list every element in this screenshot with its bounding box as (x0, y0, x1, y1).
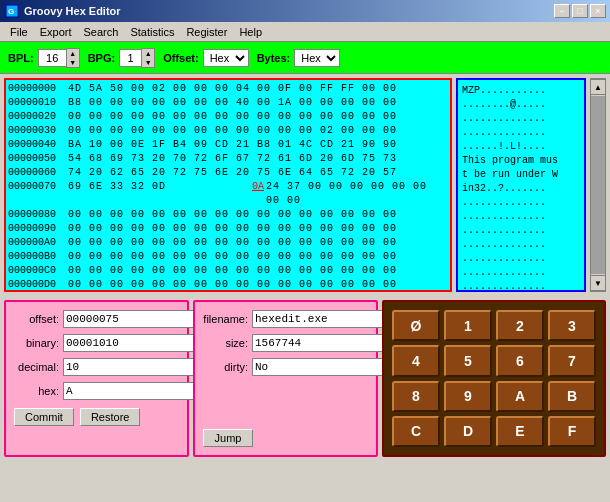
scroll-down-button[interactable]: ▼ (590, 275, 606, 291)
dirty-field[interactable] (252, 358, 398, 376)
hex-panel: 000000004D 5A 50 00 02 00 00 00 04 00 0F… (4, 78, 452, 292)
decimal-field[interactable] (63, 358, 209, 376)
scroll-track[interactable] (591, 96, 605, 274)
bpg-spin-buttons: ▲ ▼ (141, 48, 155, 68)
dirty-field-row: dirty: (203, 358, 368, 376)
numpad-key-3[interactable]: 3 (548, 310, 596, 341)
maximize-button[interactable]: □ (572, 4, 588, 18)
table-row: 000000C000 00 00 00 00 00 00 00 00 00 00… (8, 264, 448, 278)
ascii-row: .............. (462, 112, 580, 126)
bpl-label: BPL: (8, 52, 34, 64)
numpad-key-C[interactable]: C (392, 416, 440, 447)
size-field[interactable] (252, 334, 398, 352)
numpad-key-Ø[interactable]: Ø (392, 310, 440, 341)
title-bar: G Groovy Hex Editor − □ × (0, 0, 610, 22)
bpl-group: BPL: ▲ ▼ (8, 48, 80, 68)
dirty-field-label: dirty: (203, 361, 248, 373)
scrollbar[interactable]: ▲ ▼ (590, 78, 606, 292)
close-button[interactable]: × (590, 4, 606, 18)
left-panel-buttons: Commit Restore (14, 408, 179, 426)
numpad-key-B[interactable]: B (548, 381, 596, 412)
table-row: 0000008000 00 00 00 00 00 00 00 00 00 00… (8, 208, 448, 222)
ascii-row: ......!.L!.... (462, 140, 580, 154)
filename-field-row: filename: (203, 310, 368, 328)
numpad-key-1[interactable]: 1 (444, 310, 492, 341)
size-field-row: size: (203, 334, 368, 352)
menu-file[interactable]: File (4, 25, 34, 39)
ascii-row: in32..?....... (462, 182, 580, 196)
offset-field-label: offset: (14, 313, 59, 325)
numpad-key-7[interactable]: 7 (548, 345, 596, 376)
table-row: 0000007069 6E 33 32 0D 0A 24 37 00 00 00… (8, 180, 448, 208)
table-row: 0000009000 00 00 00 00 00 00 00 00 00 00… (8, 222, 448, 236)
menu-statistics[interactable]: Statistics (124, 25, 180, 39)
restore-button[interactable]: Restore (80, 408, 141, 426)
offset-field-row: offset: (14, 310, 179, 328)
minimize-button[interactable]: − (554, 4, 570, 18)
app-title: Groovy Hex Editor (24, 5, 554, 17)
table-row: 000000A000 00 00 00 00 00 00 00 00 00 00… (8, 236, 448, 250)
table-row: 0000005054 68 69 73 20 70 72 6F 67 72 61… (8, 152, 448, 166)
offset-panel: offset: binary: decimal: hex: Commit Res… (4, 300, 189, 457)
ascii-row: .............. (462, 238, 580, 252)
table-row: 0000002000 00 00 00 00 00 00 00 00 00 00… (8, 110, 448, 124)
bytes-dropdown[interactable]: Hex Dec (294, 49, 340, 67)
numpad-key-9[interactable]: 9 (444, 381, 492, 412)
ascii-row: .............. (462, 196, 580, 210)
filename-field-label: filename: (203, 313, 248, 325)
numpad-key-4[interactable]: 4 (392, 345, 440, 376)
numpad-key-F[interactable]: F (548, 416, 596, 447)
hex-field-row: hex: (14, 382, 179, 400)
ascii-row: ........@..... (462, 98, 580, 112)
menu-register[interactable]: Register (180, 25, 233, 39)
hex-table[interactable]: 000000004D 5A 50 00 02 00 00 00 04 00 0F… (6, 80, 450, 290)
numpad-key-5[interactable]: 5 (444, 345, 492, 376)
bpg-up-button[interactable]: ▲ (142, 49, 154, 58)
numpad-key-E[interactable]: E (496, 416, 544, 447)
toolbar: BPL: ▲ ▼ BPG: ▲ ▼ Offset: Hex Dec Bytes:… (0, 42, 610, 74)
bpg-spinbox[interactable]: ▲ ▼ (119, 48, 155, 68)
ascii-row: MZP........... (462, 84, 580, 98)
hex-field[interactable] (63, 382, 209, 400)
bytes-group: Bytes: Hex Dec (257, 49, 341, 67)
numpad-key-A[interactable]: A (496, 381, 544, 412)
ascii-row: This program mus (462, 154, 580, 168)
menu-search[interactable]: Search (78, 25, 125, 39)
main-area: 000000004D 5A 50 00 02 00 00 00 04 00 0F… (0, 74, 610, 296)
bpl-down-button[interactable]: ▼ (67, 58, 79, 67)
ascii-row: t be run under W (462, 168, 580, 182)
right-panel-buttons: Jump (203, 429, 368, 447)
numpad-key-2[interactable]: 2 (496, 310, 544, 341)
bpg-label: BPG: (88, 52, 116, 64)
table-row: 0000003000 00 00 00 00 00 00 00 00 00 00… (8, 124, 448, 138)
bpl-up-button[interactable]: ▲ (67, 49, 79, 58)
menu-help[interactable]: Help (233, 25, 268, 39)
table-row: 000000B000 00 00 00 00 00 00 00 00 00 00… (8, 250, 448, 264)
binary-field[interactable] (63, 334, 209, 352)
menu-bar: File Export Search Statistics Register H… (0, 22, 610, 42)
commit-button[interactable]: Commit (14, 408, 74, 426)
menu-export[interactable]: Export (34, 25, 78, 39)
scroll-up-button[interactable]: ▲ (590, 79, 606, 95)
jump-button[interactable]: Jump (203, 429, 253, 447)
offset-field[interactable] (63, 310, 209, 328)
table-row: 0000006074 20 62 65 20 72 75 6E 20 75 6E… (8, 166, 448, 180)
table-row: 00000040BA 10 00 0E 1F B4 09 CD 21 B8 01… (8, 138, 448, 152)
hex-field-label: hex: (14, 385, 59, 397)
offset-dropdown[interactable]: Hex Dec (203, 49, 249, 67)
offset-group: Offset: Hex Dec (163, 49, 248, 67)
ascii-row: .............. (462, 210, 580, 224)
bpl-spinbox[interactable]: ▲ ▼ (38, 48, 80, 68)
bpg-down-button[interactable]: ▼ (142, 58, 154, 67)
decimal-field-label: decimal: (14, 361, 59, 373)
ascii-row: .............. (462, 280, 580, 294)
numpad-key-D[interactable]: D (444, 416, 492, 447)
bpg-input[interactable] (119, 49, 141, 67)
bottom-area: offset: binary: decimal: hex: Commit Res… (0, 296, 610, 461)
filename-field[interactable] (252, 310, 398, 328)
file-info-panel: filename: size: dirty: Jump (193, 300, 378, 457)
window-controls: − □ × (554, 4, 606, 18)
numpad-key-6[interactable]: 6 (496, 345, 544, 376)
numpad-key-8[interactable]: 8 (392, 381, 440, 412)
bpl-input[interactable] (38, 49, 66, 67)
